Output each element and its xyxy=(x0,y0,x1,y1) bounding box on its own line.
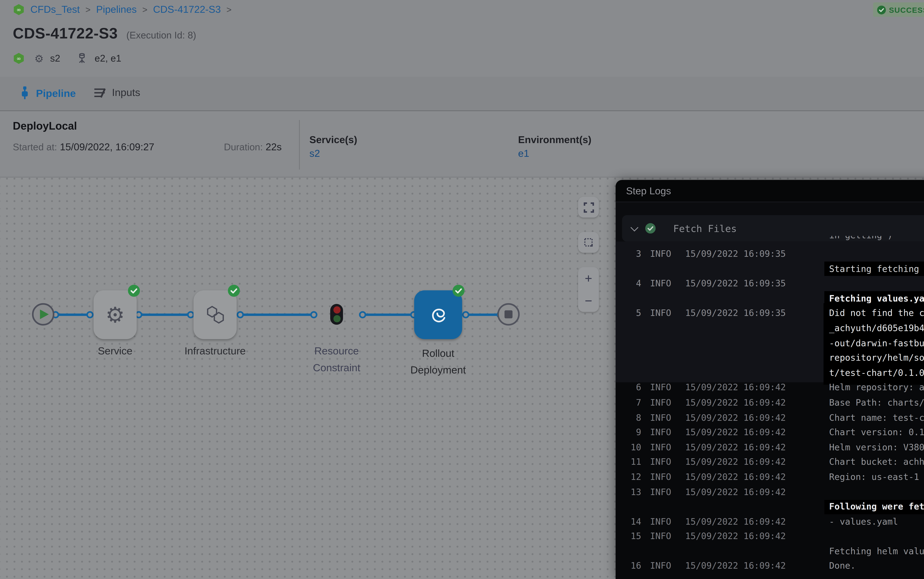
log-line-number: 10 xyxy=(620,440,641,455)
node-service[interactable]: ⚙ xyxy=(93,290,137,339)
log-timestamp: 15/09/2022 16:09:42 xyxy=(685,425,786,440)
stage-summary: DeployLocal Started at: 15/09/2022, 16:0… xyxy=(0,111,924,177)
top-bar: ∞ CFDs_Test > Pipelines > CDS-41722-S3 >… xyxy=(0,0,924,77)
breadcrumb-separator: > xyxy=(85,5,91,14)
zoom-in-button[interactable]: + xyxy=(578,267,599,290)
log-entry: 6 INFO 15/09/2022 16:09:42 Helm reposito… xyxy=(615,381,924,396)
node-label: Resource Constraint xyxy=(305,342,369,376)
log-message: Chart name: test-chart xyxy=(829,411,924,425)
log-entry: 13 INFO 15/09/2022 16:09:42 Following we… xyxy=(615,485,924,515)
zoom-controls: + − xyxy=(578,267,599,312)
node-infrastructure[interactable] xyxy=(193,290,237,339)
duration-value: 22s xyxy=(266,142,282,153)
stage-name: DeployLocal xyxy=(13,120,77,132)
log-entries: 3 INFO 15/09/2022 16:09:35 Starting fetc… xyxy=(615,247,924,574)
breadcrumb-separator: > xyxy=(142,5,147,14)
log-level: INFO xyxy=(650,425,671,440)
environments-icon xyxy=(76,52,88,65)
fullscreen-icon xyxy=(583,202,594,212)
log-timestamp: 15/09/2022 16:09:42 xyxy=(685,470,786,485)
log-level: INFO xyxy=(650,396,671,411)
inputs-icon xyxy=(93,87,106,98)
execution-meta: ∞ ⚙ s2 e2, e1 xyxy=(13,51,121,65)
log-entry: 4 INFO 15/09/2022 16:09:35 Fetching valu… xyxy=(615,277,924,307)
log-level: INFO xyxy=(650,515,671,530)
tab-pipeline-label: Pipeline xyxy=(36,87,76,99)
edge-port xyxy=(86,311,93,318)
tab-inputs[interactable]: Inputs xyxy=(93,86,140,98)
breadcrumb-separator: > xyxy=(226,5,232,14)
log-level: INFO xyxy=(650,411,671,425)
started-value: 15/09/2022, 16:09:27 xyxy=(60,142,154,153)
log-message: Fetching values.yaml from helm chart rep… xyxy=(829,277,924,307)
edge-port xyxy=(462,311,469,318)
environment-link[interactable]: e1 xyxy=(518,148,529,159)
log-level: INFO xyxy=(650,277,671,292)
infrastructure-icon xyxy=(205,305,225,325)
breadcrumb: ∞ CFDs_Test > Pipelines > CDS-41722-S3 > xyxy=(13,2,232,16)
node-rollout-deployment[interactable] xyxy=(414,290,462,339)
log-level: INFO xyxy=(650,470,671,485)
log-entry: 12 INFO 15/09/2022 16:09:42 Region: us-e… xyxy=(615,470,924,485)
log-timestamp: 15/09/2022 16:09:42 xyxy=(685,455,786,470)
log-level: INFO xyxy=(650,247,671,262)
step-success-icon xyxy=(645,223,656,234)
log-message: Starting fetching Helm values xyxy=(829,247,924,277)
tab-inputs-label: Inputs xyxy=(112,86,140,98)
edge xyxy=(55,314,90,316)
start-node[interactable] xyxy=(32,303,54,325)
log-timestamp: 15/09/2022 16:09:35 xyxy=(685,247,786,262)
services-header: Service(s) xyxy=(309,134,357,146)
pipeline-icon xyxy=(20,86,29,100)
log-message: Helm repository: aws-qa-setup-modified xyxy=(829,381,924,396)
traffic-light-red xyxy=(333,306,340,314)
cd-module-icon: ∞ xyxy=(13,52,25,65)
fit-to-screen-button[interactable] xyxy=(578,232,599,253)
end-node[interactable] xyxy=(497,303,520,325)
success-check-icon xyxy=(228,285,240,297)
log-message: Region: us-east-1 xyxy=(829,470,924,485)
breadcrumb-project[interactable]: CFDs_Test xyxy=(30,3,80,15)
log-timestamp: 15/09/2022 16:09:42 xyxy=(685,411,786,425)
zoom-out-button[interactable]: − xyxy=(578,290,599,312)
status-badge: SUCCESS xyxy=(873,2,924,17)
success-check-icon xyxy=(452,285,465,297)
execution-page: ∞ CFDs_Test > Pipelines > CDS-41722-S3 >… xyxy=(0,0,924,579)
svg-text:∞: ∞ xyxy=(16,55,21,62)
log-entry: 10 INFO 15/09/2022 16:09:42 Helm version… xyxy=(615,440,924,455)
breadcrumb-pipeline[interactable]: CDS-41722-S3 xyxy=(153,3,221,15)
fullscreen-button[interactable] xyxy=(578,197,599,218)
log-message: Done. xyxy=(829,559,924,574)
log-entry: 16 INFO 15/09/2022 16:09:42 Done. xyxy=(615,559,924,574)
page-title: CDS-41722-S3 xyxy=(13,25,118,43)
log-message: Fetching helm values completed successfu… xyxy=(829,530,924,559)
log-panel-title: Step Logs xyxy=(626,185,671,196)
log-message: Helm version: V380 xyxy=(829,440,924,455)
log-line-number: 13 xyxy=(620,485,641,500)
node-resource-constraint[interactable] xyxy=(330,304,343,325)
status-text: SUCCESS xyxy=(889,5,924,14)
log-level: INFO xyxy=(650,530,671,545)
log-timestamp: 15/09/2022 16:09:42 xyxy=(685,440,786,455)
gear-icon: ⚙ xyxy=(34,52,44,64)
log-line-number: 9 xyxy=(620,425,641,440)
tab-pipeline[interactable]: Pipeline xyxy=(20,86,76,100)
chevron-down-icon xyxy=(630,223,638,231)
log-line-number: 6 xyxy=(620,381,641,396)
tab-bar: Pipeline Inputs Console View xyxy=(0,77,924,111)
edge-port xyxy=(359,311,366,318)
log-line-number: 8 xyxy=(620,411,641,425)
log-clipped-line: in getting ) xyxy=(829,236,924,241)
environment-tag: e2, e1 xyxy=(95,53,121,64)
log-line-number: 11 xyxy=(620,455,641,470)
breadcrumb-pipelines[interactable]: Pipelines xyxy=(96,3,137,15)
traffic-light-green xyxy=(333,315,340,322)
log-line-number: 12 xyxy=(620,470,641,485)
log-level: INFO xyxy=(650,485,671,500)
service-link[interactable]: s2 xyxy=(309,148,320,159)
edge xyxy=(138,314,190,316)
gear-icon: ⚙ xyxy=(106,304,125,325)
log-entry: 14 INFO 15/09/2022 16:09:42 - values.yam… xyxy=(615,515,924,530)
svg-text:∞: ∞ xyxy=(16,6,21,13)
step-logs-panel: Step Logs Console View Fetch Files ↑ ↓ 9… xyxy=(615,180,924,579)
